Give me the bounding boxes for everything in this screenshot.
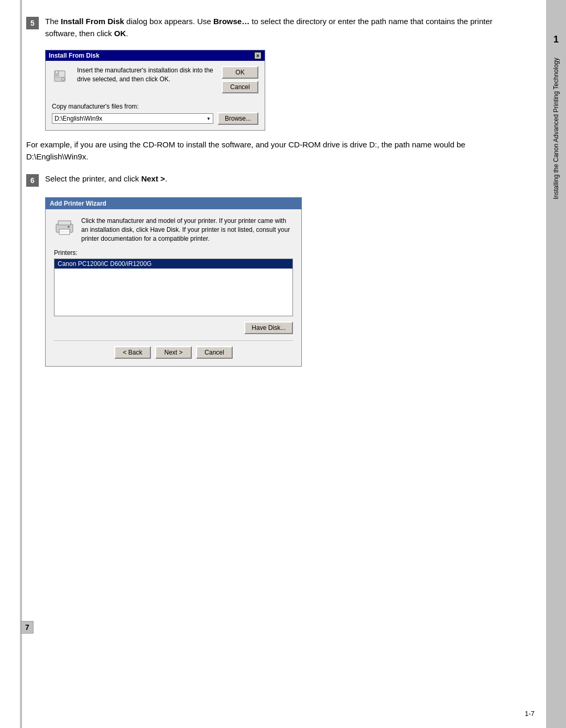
- printers-list[interactable]: Canon PC1200/iC D600/iR1200G: [54, 259, 293, 316]
- wizard-body: Click the manufacturer and model of your…: [46, 209, 301, 366]
- browse-button[interactable]: Browse...: [217, 112, 258, 125]
- printer-item-selected[interactable]: Canon PC1200/iC D600/iR1200G: [55, 259, 292, 269]
- step6-bold: Next >: [141, 174, 165, 183]
- copy-input-wrapper: ▼: [52, 113, 213, 124]
- disk-icon: [52, 66, 72, 86]
- add-printer-wizard-dialog: Add Printer Wizard: [45, 197, 302, 367]
- add-printer-wizard-title: Add Printer Wizard: [50, 200, 106, 207]
- step6-text: Select the printer, and click Next >.: [45, 173, 167, 185]
- step7-marker: 7: [21, 621, 34, 634]
- printer-icon: [54, 217, 75, 238]
- side-tab: 1 Installing the Canon Advanced Printing…: [546, 0, 566, 728]
- step6-number: 6: [26, 174, 39, 187]
- copy-input-row: ▼ Browse...: [52, 112, 258, 125]
- printers-label: Printers:: [54, 249, 293, 256]
- copy-input-field[interactable]: [55, 115, 206, 122]
- next-button[interactable]: Next >: [155, 346, 192, 359]
- svg-rect-8: [68, 226, 70, 228]
- left-margin-bar: [20, 0, 22, 728]
- step5-number: 5: [26, 17, 39, 29]
- install-from-disk-close-button[interactable]: ×: [254, 52, 262, 59]
- svg-rect-2: [56, 71, 57, 73]
- wizard-footer: < Back Next > Cancel: [54, 340, 293, 359]
- wizard-intro: Click the manufacturer and model of your…: [54, 217, 293, 243]
- have-disk-button[interactable]: Have Disk...: [244, 322, 293, 334]
- cancel-button[interactable]: Cancel: [196, 346, 233, 359]
- install-cancel-button[interactable]: Cancel: [222, 81, 258, 93]
- install-from-disk-dialog: Install From Disk × Insert the manufactu…: [45, 50, 265, 131]
- step5-text-before-bold1: The: [45, 17, 61, 26]
- step5-text: The Install From Disk dialog box appears…: [45, 16, 520, 39]
- main-content: 5 The Install From Disk dialog box appea…: [0, 0, 546, 728]
- wizard-description: Click the manufacturer and model of your…: [81, 217, 293, 243]
- have-disk-row: Have Disk...: [54, 322, 293, 334]
- add-printer-wizard-titlebar: Add Printer Wizard: [46, 198, 301, 209]
- install-from-disk-titlebar: Install From Disk ×: [46, 50, 265, 61]
- back-button[interactable]: < Back: [114, 346, 151, 359]
- copy-dropdown-arrow[interactable]: ▼: [206, 116, 211, 121]
- install-ok-button[interactable]: OK: [222, 66, 258, 79]
- page-number-footer: 1-7: [525, 710, 535, 718]
- example-text: For example, if you are using the CD-ROM…: [26, 139, 520, 163]
- side-tab-text: Installing the Canon Advanced Printing T…: [552, 58, 560, 199]
- step6-text-end: .: [165, 174, 167, 183]
- step5-text-after-bold1: dialog box appears. Use: [124, 17, 213, 26]
- install-from-disk-body-text: Insert the manufacturer's installation d…: [77, 66, 216, 84]
- step6-block: 6 Select the printer, and click Next >.: [26, 173, 520, 187]
- step5-bold3: OK: [114, 29, 126, 38]
- svg-rect-6: [58, 221, 71, 225]
- copy-section: Copy manufacturer's files from: ▼ Browse…: [46, 99, 265, 130]
- install-from-disk-title: Install From Disk: [49, 52, 100, 59]
- install-from-disk-text: Insert the manufacturer's installation d…: [77, 66, 216, 84]
- svg-rect-7: [59, 229, 70, 234]
- step5-block: 5 The Install From Disk dialog box appea…: [26, 16, 520, 39]
- step5-bold2: Browse…: [213, 17, 249, 26]
- step6-text-before-bold: Select the printer, and click: [45, 174, 141, 183]
- side-tab-number: 1: [548, 31, 564, 47]
- copy-label: Copy manufacturer's files from:: [52, 103, 258, 110]
- install-from-disk-body: Insert the manufacturer's installation d…: [46, 61, 265, 99]
- step5-bold1: Install From Disk: [61, 17, 124, 26]
- install-from-disk-buttons: OK Cancel: [222, 66, 258, 93]
- step5-text-end: .: [126, 29, 128, 38]
